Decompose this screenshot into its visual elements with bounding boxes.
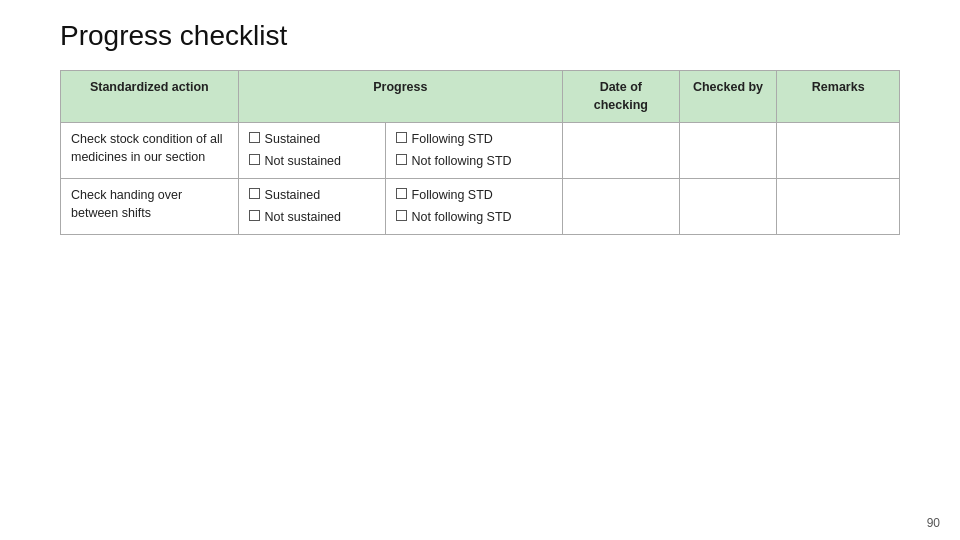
row-1-progress-col1: SustainedNot sustained bbox=[238, 179, 385, 235]
header-checked-by: Checked by bbox=[679, 71, 777, 123]
checkbox-label: Following STD bbox=[412, 187, 493, 205]
checkbox-box bbox=[249, 132, 260, 143]
row-0-remarks bbox=[777, 123, 900, 179]
row-0-action: Check stock condition of all medicines i… bbox=[61, 123, 239, 179]
page-title: Progress checklist bbox=[60, 20, 900, 52]
page: Progress checklist Standardized action P… bbox=[0, 0, 960, 540]
row-0-progress-col2: Following STDNot following STD bbox=[385, 123, 563, 179]
checkbox-label: Not sustained bbox=[265, 209, 341, 227]
checkbox-box bbox=[396, 132, 407, 143]
row-1-remarks bbox=[777, 179, 900, 235]
checkbox-item[interactable]: Following STD bbox=[396, 131, 553, 149]
page-number: 90 bbox=[927, 516, 940, 530]
header-standardized-action: Standardized action bbox=[61, 71, 239, 123]
checkbox-item[interactable]: Not sustained bbox=[249, 209, 375, 227]
row-0-checked-by bbox=[679, 123, 777, 179]
row-0-date bbox=[563, 123, 679, 179]
header-date-of-checking: Date of checking bbox=[563, 71, 679, 123]
row-0-progress-col1: SustainedNot sustained bbox=[238, 123, 385, 179]
checkbox-box bbox=[396, 210, 407, 221]
header-progress: Progress bbox=[238, 71, 563, 123]
checkbox-box bbox=[249, 188, 260, 199]
checkbox-label: Sustained bbox=[265, 131, 321, 149]
checkbox-box bbox=[249, 210, 260, 221]
checkbox-label: Sustained bbox=[265, 187, 321, 205]
checkbox-box bbox=[396, 188, 407, 199]
row-1-checked-by bbox=[679, 179, 777, 235]
checkbox-label: Not following STD bbox=[412, 209, 512, 227]
checkbox-label: Following STD bbox=[412, 131, 493, 149]
checkbox-label: Not sustained bbox=[265, 153, 341, 171]
row-1-progress-col2: Following STDNot following STD bbox=[385, 179, 563, 235]
checkbox-item[interactable]: Sustained bbox=[249, 187, 375, 205]
checkbox-item[interactable]: Not following STD bbox=[396, 209, 553, 227]
checkbox-label: Not following STD bbox=[412, 153, 512, 171]
checkbox-item[interactable]: Sustained bbox=[249, 131, 375, 149]
row-1-action: Check handing over between shifts bbox=[61, 179, 239, 235]
header-remarks: Remarks bbox=[777, 71, 900, 123]
checkbox-item[interactable]: Not sustained bbox=[249, 153, 375, 171]
row-1-date bbox=[563, 179, 679, 235]
checklist-table: Standardized action Progress Date of che… bbox=[60, 70, 900, 235]
checkbox-item[interactable]: Not following STD bbox=[396, 153, 553, 171]
checkbox-item[interactable]: Following STD bbox=[396, 187, 553, 205]
checkbox-box bbox=[249, 154, 260, 165]
checkbox-box bbox=[396, 154, 407, 165]
